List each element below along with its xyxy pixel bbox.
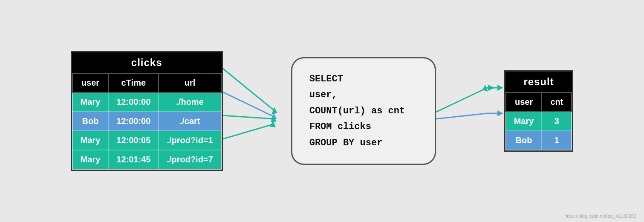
svg-marker-12	[497, 85, 503, 91]
table-row: Mary12:00:05./prod?id=1	[72, 131, 221, 150]
right-arrows-svg	[436, 47, 504, 175]
result-table-title: result	[505, 72, 572, 92]
result-table-wrap: result user cnt Mary3Bob1	[504, 70, 574, 152]
table-cell-url: ./home	[159, 92, 221, 112]
table-row: Mary3	[506, 112, 572, 131]
table-cell-cTime: 12:00:00	[108, 112, 159, 131]
sql-line5: GROUP BY user	[309, 135, 418, 151]
sql-line1: SELECT	[309, 71, 418, 87]
table-cell-user: Bob	[72, 112, 109, 131]
sql-line2: user,	[309, 87, 418, 103]
table-row: Bob12:00:00./cart	[72, 112, 221, 131]
table-cell-cTime: 12:01:45	[108, 150, 159, 169]
table-cell-user: Mary	[72, 92, 109, 112]
col-header-ctime: cTime	[108, 73, 159, 92]
result-cell-user: Bob	[506, 131, 542, 150]
table-row: Mary12:01:45./prod?id=7	[72, 150, 221, 169]
svg-marker-1	[271, 107, 277, 115]
diagram: clicks user cTime url Mary12:00:00./home…	[0, 0, 644, 222]
result-cell-cnt: 1	[542, 131, 572, 150]
result-col-header-user: user	[506, 92, 542, 112]
table-row: Mary12:00:00./home	[72, 92, 221, 112]
table-row: Bob1	[506, 131, 572, 150]
table-cell-user: Mary	[72, 131, 109, 150]
result-cell-user: Mary	[506, 112, 542, 131]
result-col-header-cnt: cnt	[542, 92, 572, 112]
watermark: https://blog.csdn.net/qq_42180283	[564, 213, 636, 219]
svg-marker-15	[497, 110, 503, 116]
clicks-table: clicks user cTime url Mary12:00:00./home…	[71, 51, 223, 171]
table-cell-url: ./prod?id=7	[159, 150, 221, 169]
result-table: result user cnt Mary3Bob1	[504, 70, 574, 152]
svg-line-6	[223, 124, 274, 139]
table-cell-url: ./cart	[159, 112, 221, 131]
table-cell-user: Mary	[72, 150, 109, 169]
sql-line3: COUNT(url) as cnt	[309, 103, 418, 119]
svg-line-13	[436, 113, 487, 119]
result-cell-cnt: 3	[542, 112, 572, 131]
col-header-user: user	[72, 73, 109, 92]
col-header-url: url	[159, 73, 221, 92]
table-cell-url: ./prod?id=1	[159, 131, 221, 150]
left-table-wrap: clicks user cTime url Mary12:00:00./home…	[71, 51, 223, 171]
table-cell-cTime: 12:00:00	[108, 92, 159, 112]
svg-line-8	[436, 88, 487, 112]
sql-box: SELECT user, COUNT(url) as cnt FROM clic…	[291, 57, 436, 165]
left-arrows-svg	[223, 47, 291, 175]
sql-line4: FROM clicks	[309, 119, 418, 135]
table-cell-cTime: 12:00:05	[108, 131, 159, 150]
svg-line-4	[223, 115, 274, 119]
clicks-table-title: clicks	[72, 52, 222, 73]
